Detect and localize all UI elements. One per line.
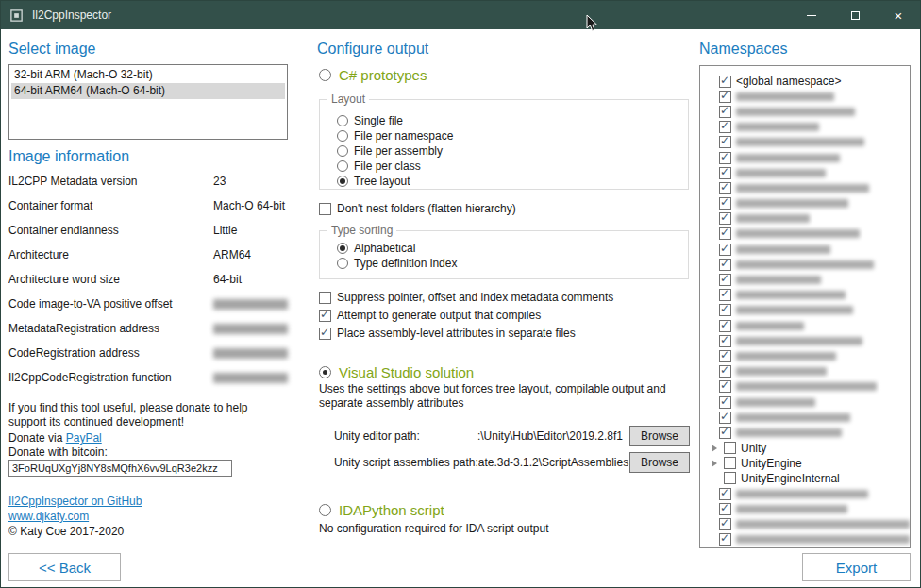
namespace-checkbox[interactable] xyxy=(719,304,731,316)
namespace-checkbox[interactable] xyxy=(719,289,731,301)
radio-icon[interactable] xyxy=(319,366,331,378)
namespace-list[interactable]: <global namespace>UnityUnityEngineUnityE… xyxy=(699,65,911,548)
namespace-row[interactable] xyxy=(700,150,910,165)
namespace-row[interactable] xyxy=(700,516,910,531)
namespace-row[interactable] xyxy=(700,348,910,363)
namespace-row[interactable] xyxy=(700,257,910,272)
namespace-checkbox[interactable] xyxy=(719,365,731,378)
namespace-row[interactable] xyxy=(700,379,910,395)
radio-icon[interactable] xyxy=(337,258,348,269)
flatten-checkbox-row[interactable]: Don't nest folders (flatten hierarchy) xyxy=(319,202,516,215)
expander-icon[interactable] xyxy=(712,445,717,452)
browse-editor-path-button[interactable]: Browse xyxy=(629,426,690,446)
namespace-checkbox[interactable] xyxy=(719,197,731,210)
radio-icon[interactable] xyxy=(319,504,331,516)
namespace-row[interactable] xyxy=(700,242,910,257)
namespace-checkbox[interactable] xyxy=(719,76,731,88)
namespace-checkbox[interactable] xyxy=(719,182,731,194)
image-listbox[interactable]: 32-bit ARM (Mach-O 32-bit)64-bit ARM64 (… xyxy=(8,64,288,140)
namespace-row[interactable] xyxy=(700,272,910,287)
output-checkbox-row[interactable]: Attempt to generate output that compiles xyxy=(319,309,696,322)
namespace-checkbox[interactable] xyxy=(719,106,731,118)
radio-icon[interactable] xyxy=(319,69,331,81)
namespace-row[interactable] xyxy=(700,425,910,440)
maximize-button[interactable] xyxy=(833,1,877,29)
output-checkbox-row[interactable]: Suppress pointer, offset and index metad… xyxy=(319,291,696,304)
namespace-checkbox[interactable] xyxy=(719,503,731,515)
namespace-row[interactable] xyxy=(700,532,910,547)
namespace-row[interactable] xyxy=(700,486,910,501)
namespace-row[interactable] xyxy=(700,104,910,119)
output-checkbox-row[interactable]: Place assembly-level attributes in separ… xyxy=(319,327,696,340)
checkbox-icon[interactable] xyxy=(319,328,331,340)
browse-assemblies-path-button[interactable]: Browse xyxy=(629,452,690,473)
sorting-option[interactable]: Alphabetical xyxy=(337,241,688,255)
namespace-checkbox[interactable] xyxy=(724,457,736,469)
radio-icon[interactable] xyxy=(337,115,348,126)
namespace-checkbox[interactable] xyxy=(719,320,731,332)
namespace-row[interactable] xyxy=(700,395,910,410)
expander-icon[interactable] xyxy=(712,460,717,467)
website-link[interactable]: www.djkaty.com xyxy=(8,510,89,523)
unity-editor-path-value[interactable]: :\Unity\Hub\Editor\2019.2.8f1 xyxy=(420,429,629,443)
checkbox-icon[interactable] xyxy=(319,310,331,322)
namespace-row[interactable]: <global namespace> xyxy=(700,74,910,89)
github-link[interactable]: Il2CppInspector on GitHub xyxy=(8,495,142,508)
vs-solution-option[interactable]: Visual Studio solution xyxy=(319,364,474,380)
radio-icon[interactable] xyxy=(337,243,348,254)
namespace-checkbox[interactable] xyxy=(719,152,731,164)
checkbox-icon[interactable] xyxy=(319,292,331,304)
paypal-link[interactable]: PayPal xyxy=(66,431,102,445)
radio-icon[interactable] xyxy=(337,160,348,172)
back-button[interactable]: << Back xyxy=(8,553,121,581)
namespace-checkbox[interactable] xyxy=(719,167,731,179)
namespace-checkbox[interactable] xyxy=(719,350,731,362)
namespace-row[interactable] xyxy=(700,120,910,135)
namespace-row[interactable] xyxy=(700,303,910,318)
namespace-row[interactable] xyxy=(700,410,910,425)
namespace-row[interactable]: UnityEngineInternal xyxy=(700,471,910,486)
unity-assemblies-path-value[interactable]: ate.3d-3.1.2\ScriptAssemblies xyxy=(478,456,629,469)
namespace-row[interactable]: Unity xyxy=(700,441,910,456)
namespace-checkbox[interactable] xyxy=(719,427,731,439)
namespace-checkbox[interactable] xyxy=(719,121,731,133)
namespace-checkbox[interactable] xyxy=(719,488,731,500)
namespace-checkbox[interactable] xyxy=(719,227,731,240)
namespace-checkbox[interactable] xyxy=(719,380,731,393)
csharp-prototypes-option[interactable]: C# prototypes xyxy=(319,67,427,83)
layout-option[interactable]: File per class xyxy=(337,159,688,173)
namespace-checkbox[interactable] xyxy=(719,518,731,530)
namespace-checkbox[interactable] xyxy=(719,136,731,148)
namespace-checkbox[interactable] xyxy=(719,259,731,271)
namespace-row[interactable] xyxy=(700,227,910,242)
namespace-checkbox[interactable] xyxy=(724,472,736,484)
namespace-checkbox[interactable] xyxy=(719,412,731,424)
namespace-row[interactable] xyxy=(700,196,910,211)
namespace-row[interactable] xyxy=(700,211,910,227)
namespace-checkbox[interactable] xyxy=(719,396,731,409)
minimize-button[interactable] xyxy=(790,1,833,29)
close-button[interactable]: × xyxy=(877,1,920,29)
bitcoin-address-input[interactable] xyxy=(8,460,232,477)
radio-icon[interactable] xyxy=(337,145,348,157)
namespace-checkbox[interactable] xyxy=(719,91,731,103)
layout-option[interactable]: Single file xyxy=(337,113,688,127)
namespace-row[interactable] xyxy=(700,318,910,333)
radio-icon[interactable] xyxy=(337,176,348,187)
namespace-row[interactable] xyxy=(700,364,910,379)
namespace-row[interactable] xyxy=(700,288,910,303)
checkbox-icon[interactable] xyxy=(319,203,331,215)
namespace-row[interactable]: UnityEngine xyxy=(700,456,910,471)
namespace-row[interactable] xyxy=(700,165,910,180)
export-button[interactable]: Export xyxy=(802,553,911,581)
namespace-checkbox[interactable] xyxy=(719,274,731,286)
radio-icon[interactable] xyxy=(337,130,348,142)
namespace-row[interactable] xyxy=(700,501,910,516)
namespace-row[interactable] xyxy=(700,89,910,104)
idapython-option[interactable]: IDAPython script xyxy=(319,502,444,518)
namespace-row[interactable] xyxy=(700,180,910,195)
namespace-row[interactable] xyxy=(700,135,910,150)
layout-option[interactable]: Tree layout xyxy=(337,174,688,188)
image-list-item[interactable]: 64-bit ARM64 (Mach-O 64-bit) xyxy=(11,83,285,99)
namespace-row[interactable] xyxy=(700,333,910,348)
